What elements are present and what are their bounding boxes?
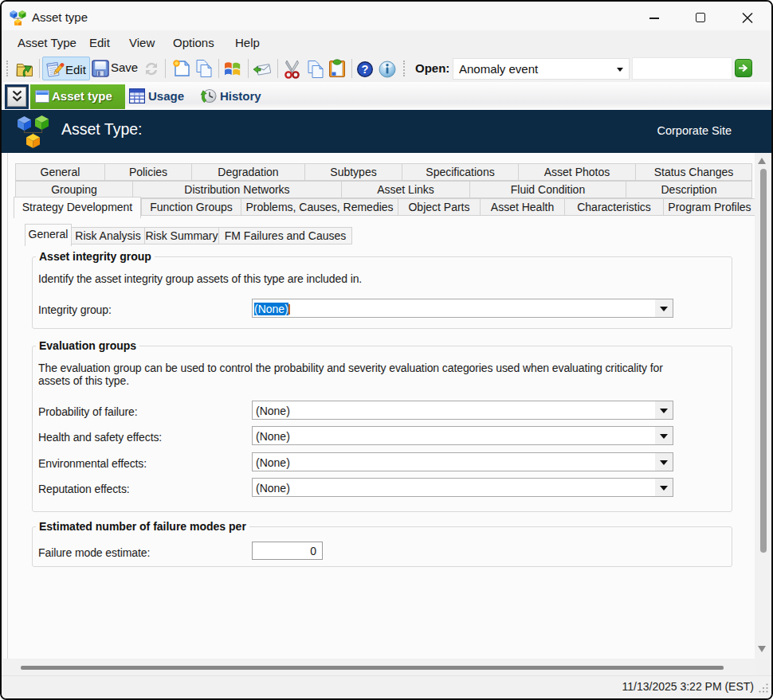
svg-text:?: ? [362,63,369,76]
